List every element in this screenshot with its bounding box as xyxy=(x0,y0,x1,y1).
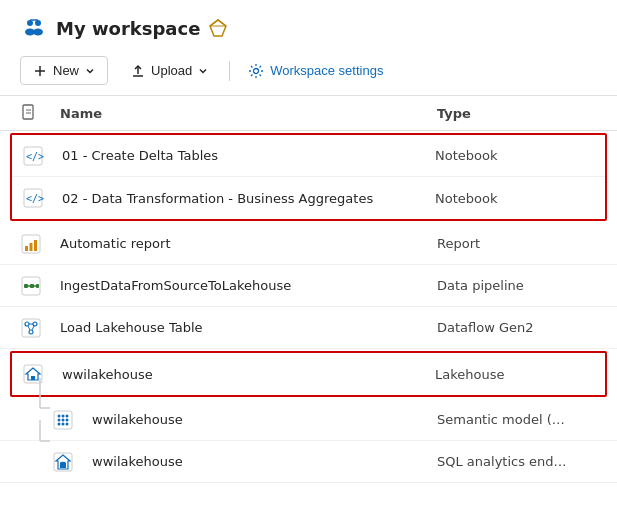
row-name: IngestDataFromSourceToLakehouse xyxy=(60,278,437,293)
row-type: Report xyxy=(437,236,597,251)
svg-point-55 xyxy=(60,461,66,463)
workspace-icon xyxy=(20,14,48,42)
row-type: Lakehouse xyxy=(435,367,595,382)
upload-icon xyxy=(131,64,145,78)
svg-point-0 xyxy=(27,20,33,26)
svg-rect-21 xyxy=(34,240,37,251)
col-name-header: Name xyxy=(60,106,437,121)
new-label: New xyxy=(53,63,79,78)
tree-branch-icon xyxy=(30,420,50,462)
plus-icon xyxy=(33,64,47,78)
table-row[interactable]: wwilakehouse Semantic model (… xyxy=(0,399,617,441)
svg-rect-25 xyxy=(30,284,34,288)
row-icon: </> xyxy=(22,145,62,167)
file-header-icon xyxy=(20,104,38,122)
toolbar: New Upload Workspace settings xyxy=(0,50,617,96)
svg-point-1 xyxy=(35,20,41,26)
workspace-settings-button[interactable]: Workspace settings xyxy=(238,57,393,85)
workspace-header: My workspace xyxy=(0,0,617,50)
table-row[interactable]: Automatic report Report xyxy=(0,223,617,265)
svg-point-44 xyxy=(58,418,61,421)
settings-gear-icon xyxy=(248,63,264,79)
table-row[interactable]: </> 02 - Data Transformation - Business … xyxy=(12,177,605,219)
row-type: Notebook xyxy=(435,191,595,206)
col-icon-header xyxy=(20,104,60,122)
svg-point-45 xyxy=(62,418,65,421)
svg-point-42 xyxy=(62,414,65,417)
report-icon xyxy=(20,233,42,255)
table-row[interactable]: IngestDataFromSourceToLakehouse Data pip… xyxy=(0,265,617,307)
pipeline-icon xyxy=(20,275,42,297)
row-type: Data pipeline xyxy=(437,278,597,293)
row-name: 02 - Data Transformation - Business Aggr… xyxy=(62,191,435,206)
row-icon: </> xyxy=(22,187,62,209)
row-name: wwilakehouse xyxy=(92,412,437,427)
premium-icon xyxy=(208,18,228,38)
row-type: SQL analytics end… xyxy=(437,454,597,469)
row-icon xyxy=(20,317,60,339)
upload-label: Upload xyxy=(151,63,192,78)
svg-rect-23 xyxy=(24,284,28,288)
highlighted-group-lakehouse: wwilakehouse Lakehouse xyxy=(10,351,607,397)
row-name: 01 - Create Delta Tables xyxy=(62,148,435,163)
row-type: Notebook xyxy=(435,148,595,163)
svg-point-48 xyxy=(62,422,65,425)
table-row[interactable]: wwilakehouse Lakehouse xyxy=(12,353,605,395)
svg-point-43 xyxy=(66,414,69,417)
row-icon xyxy=(52,451,92,473)
row-icon xyxy=(20,275,60,297)
new-chevron-icon xyxy=(85,66,95,76)
row-icon xyxy=(52,409,92,431)
tree-branch-icon xyxy=(30,378,50,420)
table-row[interactable]: wwilakehouse SQL analytics end… xyxy=(0,441,617,483)
svg-rect-19 xyxy=(25,246,28,251)
svg-text:</>: </> xyxy=(26,151,44,162)
svg-text:</>: </> xyxy=(26,193,44,204)
svg-rect-20 xyxy=(30,243,33,251)
row-name: wwilakehouse xyxy=(62,367,435,382)
svg-point-3 xyxy=(33,29,43,36)
notebook-icon: </> xyxy=(22,145,44,167)
workspace-settings-label: Workspace settings xyxy=(270,63,383,78)
semantic-model-icon xyxy=(52,409,74,431)
row-icon xyxy=(20,233,60,255)
svg-rect-27 xyxy=(36,284,39,288)
new-button[interactable]: New xyxy=(20,56,108,85)
svg-point-41 xyxy=(58,414,61,417)
table-body: </> 01 - Create Delta Tables Notebook </… xyxy=(0,133,617,483)
table-header: Name Type xyxy=(0,96,617,131)
dataflow-icon xyxy=(20,317,42,339)
svg-point-49 xyxy=(66,422,69,425)
row-name: Load Lakehouse Table xyxy=(60,320,437,335)
col-type-header: Type xyxy=(437,106,597,121)
highlighted-group-notebooks: </> 01 - Create Delta Tables Notebook </… xyxy=(10,133,607,221)
svg-point-10 xyxy=(254,68,259,73)
workspace-title: My workspace xyxy=(56,18,200,39)
row-type: Semantic model (… xyxy=(437,412,597,427)
row-name: Automatic report xyxy=(60,236,437,251)
sql-icon xyxy=(52,451,74,473)
table-row[interactable]: Load Lakehouse Table Dataflow Gen2 xyxy=(0,307,617,349)
svg-point-47 xyxy=(58,422,61,425)
svg-point-46 xyxy=(66,418,69,421)
row-type: Dataflow Gen2 xyxy=(437,320,597,335)
upload-chevron-icon xyxy=(198,66,208,76)
row-name: wwilakehouse xyxy=(92,454,437,469)
table-row[interactable]: </> 01 - Create Delta Tables Notebook xyxy=(12,135,605,177)
upload-button[interactable]: Upload xyxy=(118,56,221,85)
svg-rect-11 xyxy=(23,105,33,119)
notebook-icon: </> xyxy=(22,187,44,209)
toolbar-separator xyxy=(229,61,230,81)
